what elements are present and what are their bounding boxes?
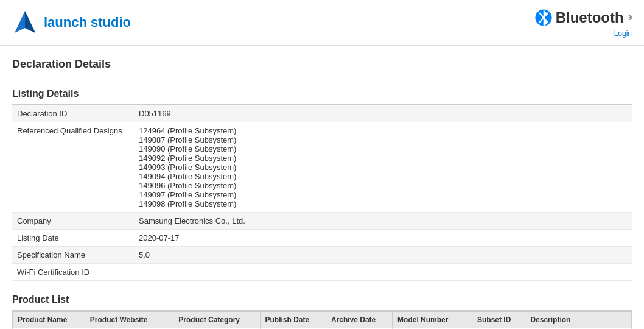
bluetooth-sup: ®	[628, 15, 632, 21]
product-column-header: Publish Date	[260, 312, 326, 328]
listing-label: Company	[12, 213, 134, 230]
listing-label: Specification Name	[12, 247, 134, 264]
login-link[interactable]: Login	[614, 29, 632, 38]
bluetooth-icon	[535, 7, 552, 28]
listing-label: Wi-Fi Certification ID	[12, 264, 134, 281]
product-header-row: Product NameProduct WebsiteProduct Categ…	[13, 312, 632, 328]
logo-text: launch studio	[44, 15, 131, 30]
listing-label: Declaration ID	[12, 105, 134, 122]
logo-area: launch studio	[12, 10, 131, 35]
product-column-header: Archive Date	[326, 312, 392, 328]
bluetooth-area: Bluetooth® Login	[535, 7, 632, 38]
product-column-header: Product Name	[13, 312, 85, 328]
main-content: Declaration Details Listing Details Decl…	[0, 46, 644, 329]
launch-studio-icon	[12, 10, 38, 35]
listing-row: Declaration IDD051169	[12, 105, 632, 122]
product-column-header: Description	[525, 312, 632, 328]
listing-value: 2020-07-17	[134, 230, 632, 247]
listing-row: Referenced Qualified Designs124964 (Prof…	[12, 122, 632, 213]
bluetooth-logo: Bluetooth®	[535, 7, 632, 28]
product-column-header: Product Category	[173, 312, 260, 328]
listing-value: Samsung Electronics Co., Ltd.	[134, 213, 632, 230]
listing-value: D051169	[134, 105, 632, 122]
listing-row: Listing Date2020-07-17	[12, 230, 632, 247]
listing-label: Listing Date	[12, 230, 134, 247]
listing-section-title: Listing Details	[12, 83, 632, 105]
header: launch studio Bluetooth® Login	[0, 0, 644, 46]
listing-value: 5.0	[134, 247, 632, 264]
page-title: Declaration Details	[12, 52, 632, 77]
product-column-header: Model Number	[393, 312, 472, 328]
svg-marker-1	[25, 11, 35, 33]
listing-row: Specification Name5.0	[12, 247, 632, 264]
bluetooth-text: Bluetooth	[556, 9, 624, 26]
product-column-header: Subset ID	[472, 312, 525, 328]
listing-row: Wi-Fi Certification ID	[12, 264, 632, 281]
product-table: Product NameProduct WebsiteProduct Categ…	[12, 311, 632, 329]
listing-value: 124964 (Profile Subsystem)149087 (Profil…	[134, 122, 632, 213]
product-section-title: Product List	[12, 289, 632, 311]
product-column-header: Product Website	[85, 312, 173, 328]
listing-label: Referenced Qualified Designs	[12, 122, 134, 213]
listing-value	[134, 264, 632, 281]
listing-table: Declaration IDD051169Referenced Qualifie…	[12, 105, 632, 281]
listing-row: CompanySamsung Electronics Co., Ltd.	[12, 213, 632, 230]
